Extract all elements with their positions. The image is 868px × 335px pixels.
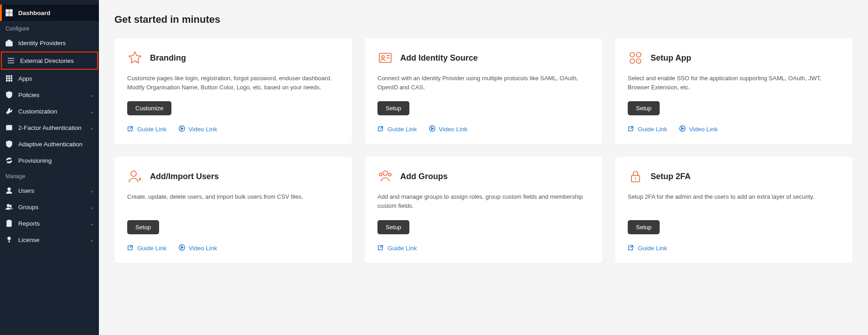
card-links: Guide Link Video Link [628,125,840,133]
apps-icon [628,50,643,66]
svg-point-21 [10,205,11,207]
video-link[interactable]: Video Link [429,125,468,133]
card-links: Guide Link [377,244,589,252]
sidebar-item-adaptive-authentication[interactable]: Adaptive Authentication [0,136,99,152]
sidebar-item-reports[interactable]: Reports ⌄ [0,215,99,232]
sidebar-item-label: License [18,237,40,243]
chevron-down-icon: ⌄ [90,109,93,114]
svg-point-15 [9,80,10,82]
guide-link[interactable]: Guide Link [628,244,667,252]
svg-point-41 [379,173,382,176]
svg-point-27 [382,56,384,58]
sidebar-item-label: External Directories [20,57,74,64]
sidebar-item-label: Identity Providers [18,40,66,46]
sidebar-item-users[interactable]: Users ⌄ [0,182,99,199]
svg-point-40 [383,171,388,175]
guide-link[interactable]: Guide Link [127,125,167,133]
shield-icon [5,140,13,148]
sidebar-item-label: Users [18,187,34,194]
briefcase-icon [5,39,13,46]
sidebar-item-label: Provisioning [18,157,52,164]
svg-point-8 [6,76,8,77]
svg-point-20 [7,205,10,207]
card-links: Guide Link [628,244,840,252]
svg-rect-0 [6,10,9,12]
card-title: Add/Import Users [150,172,219,181]
svg-point-11 [6,78,8,79]
svg-point-10 [11,76,12,77]
svg-point-16 [11,80,12,82]
card-description: Select and enable SSO for the applicatio… [628,74,840,92]
guide-link[interactable]: Guide Link [377,125,417,133]
chevron-down-icon: ⌄ [90,237,93,242]
key-icon [5,236,13,243]
external-link-icon [127,125,134,133]
sidebar-item-policies[interactable]: Policies ⌄ [0,87,99,103]
setup-button[interactable]: Setup [628,101,660,115]
svg-point-31 [630,52,635,57]
star-icon [127,50,143,66]
sidebar-item-provisioning[interactable]: Provisioning [0,152,99,169]
svg-point-24 [8,237,10,240]
guide-link[interactable]: Guide Link [628,125,667,133]
customize-button[interactable]: Customize [127,101,171,115]
card-add-groups: Add Groups Add and manage groups to assi… [365,157,602,263]
sidebar-section: Configure [0,21,99,35]
page-title: Get started in minutes [114,14,852,26]
setup-button[interactable]: Setup [127,220,159,234]
sidebar-item-external-directories[interactable]: External Directories [1,52,98,70]
sidebar-item-label: Reports [18,220,40,227]
setup-button[interactable]: Setup [377,101,409,115]
sidebar-item-apps[interactable]: Apps [0,70,99,87]
sidebar-item-label: Policies [18,92,40,98]
sidebar-item-label: Customization [18,108,57,115]
sidebar-item-license[interactable]: License ⌄ [0,232,99,248]
sidebar-item-label: 2-Factor Authentication [18,124,82,131]
svg-rect-2 [6,13,9,16]
card-description: Setup 2FA for the admin and the users to… [628,192,840,211]
video-link[interactable]: Video Link [679,125,718,133]
svg-point-42 [388,173,391,176]
clipboard-icon [5,220,13,227]
card-description: Connect with an Identity Provider using … [377,74,589,92]
dashboard-icon [5,9,13,16]
wrench-icon [5,108,13,115]
external-link-icon [377,244,384,252]
sidebar-item-dashboard[interactable]: Dashboard [0,5,99,21]
sidebar-item-identity-providers[interactable]: Identity Providers [0,35,99,51]
svg-point-32 [636,52,641,57]
card-description: Add and manage groups to assign roles, g… [377,192,589,211]
svg-rect-23 [8,220,10,222]
user-icon [5,187,13,194]
video-link[interactable]: Video Link [179,244,217,252]
svg-rect-4 [6,41,12,46]
sidebar-item-groups[interactable]: Groups ⌄ [0,199,99,215]
svg-point-36 [131,171,136,176]
sidebar-item-2-factor-authentication[interactable]: 123 2-Factor Authentication ⌄ [0,119,99,136]
external-link-icon [127,244,134,252]
svg-rect-1 [10,10,12,12]
play-icon [179,125,185,133]
card-title: Branding [150,53,186,63]
setup-button[interactable]: Setup [377,220,409,234]
sidebar-section: Manage [0,169,99,182]
sidebar-item-label: Groups [18,204,38,211]
user-plus-icon [127,169,143,184]
svg-point-19 [8,188,10,191]
svg-point-33 [630,59,635,63]
play-icon [679,125,686,133]
guide-link[interactable]: Guide Link [127,244,167,252]
svg-text:123: 123 [7,126,11,129]
shield-gear-icon [5,91,13,98]
chevron-down-icon: ⌄ [90,125,93,130]
sidebar-item-customization[interactable]: Customization ⌄ [0,103,99,119]
svg-point-14 [6,80,8,82]
card-setup-app: Setup App Select and enable SSO for the … [615,38,852,144]
video-link[interactable]: Video Link [179,125,217,133]
svg-point-12 [9,78,10,79]
card-add-identity-source: Add Identity Source Connect with an Iden… [365,38,602,144]
group-icon [377,169,393,184]
setup-button[interactable]: Setup [628,220,660,234]
guide-link[interactable]: Guide Link [377,244,417,252]
external-link-icon [628,244,634,252]
